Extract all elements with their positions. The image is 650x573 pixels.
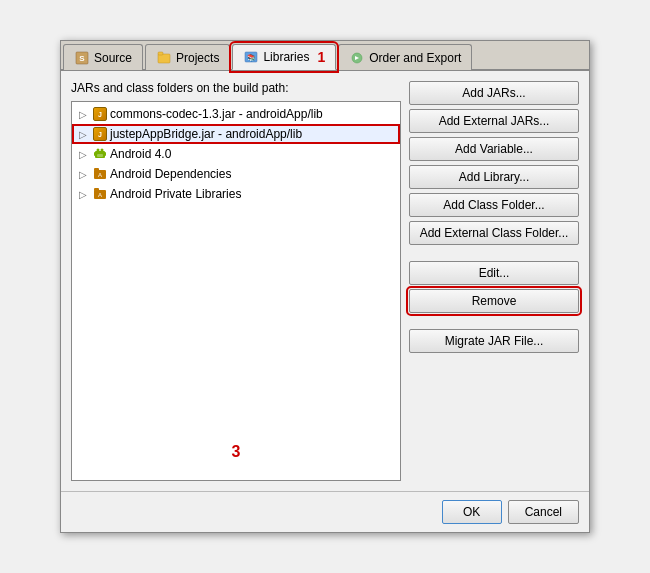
tab-libraries-label: Libraries (263, 50, 309, 64)
add-external-class-folder-button[interactable]: Add External Class Folder... (409, 221, 579, 245)
svg-point-8 (97, 149, 100, 152)
svg-rect-14 (94, 168, 99, 171)
tree-item-android-private[interactable]: ▷ A Android Private Libraries (72, 184, 400, 204)
svg-text:A: A (98, 172, 102, 178)
libraries-icon: 📚 (243, 49, 259, 65)
cancel-button[interactable]: Cancel (508, 500, 579, 524)
tree-item-label-5: Android Private Libraries (110, 187, 241, 201)
jar-icon-1: J (92, 106, 108, 122)
expand-icon-1: ▷ (76, 107, 90, 121)
tab-source[interactable]: S Source (63, 44, 143, 70)
footer: OK Cancel (61, 491, 589, 532)
projects-icon (156, 50, 172, 66)
svg-text:A: A (98, 192, 102, 198)
add-external-jars-button[interactable]: Add External JARs... (409, 109, 579, 133)
tree-item-label-1: commons-codec-1.3.jar - androidApp/lib (110, 107, 323, 121)
svg-text:S: S (79, 54, 85, 63)
tab-order-export-label: Order and Export (369, 51, 461, 65)
svg-rect-17 (94, 188, 99, 191)
svg-rect-11 (104, 152, 106, 156)
svg-rect-10 (94, 152, 96, 156)
tab-projects[interactable]: Projects (145, 44, 230, 70)
spacer-1 (409, 249, 579, 257)
content-area: JARs and class folders on the build path… (61, 71, 589, 491)
spacer-2 (409, 317, 579, 325)
migrate-jar-button[interactable]: Migrate JAR File... (409, 329, 579, 353)
tree-item-justep[interactable]: ▷ J justepAppBridge.jar - androidApp/lib (72, 124, 400, 144)
add-class-folder-button[interactable]: Add Class Folder... (409, 193, 579, 217)
tree-item-label-3: Android 4.0 (110, 147, 171, 161)
svg-point-9 (101, 149, 104, 152)
right-panel: Add JARs... Add External JARs... Add Var… (409, 81, 579, 481)
jar-icon-2: J (92, 126, 108, 142)
tab-bar: S Source Projects 📚 Libraries 1 Order an… (61, 41, 589, 71)
order-export-icon (349, 50, 365, 66)
android-private-icon-5: A (92, 186, 108, 202)
add-library-button[interactable]: Add Library... (409, 165, 579, 189)
expand-icon-3: ▷ (76, 147, 90, 161)
tab-projects-label: Projects (176, 51, 219, 65)
left-panel: JARs and class folders on the build path… (71, 81, 401, 481)
add-variable-button[interactable]: Add Variable... (409, 137, 579, 161)
expand-icon-4: ▷ (76, 167, 90, 181)
tree-item-label-4: Android Dependencies (110, 167, 231, 181)
annotation-1: 1 (317, 49, 325, 65)
build-path-label: JARs and class folders on the build path… (71, 81, 401, 95)
add-jars-button[interactable]: Add JARs... (409, 81, 579, 105)
remove-button[interactable]: Remove (409, 289, 579, 313)
ok-button[interactable]: OK (442, 500, 502, 524)
svg-rect-2 (158, 54, 170, 63)
tree-item-commons-codec[interactable]: ▷ J commons-codec-1.3.jar - androidApp/l… (72, 104, 400, 124)
svg-text:📚: 📚 (247, 53, 256, 62)
tab-order-export[interactable]: Order and Export (338, 44, 472, 70)
svg-rect-3 (158, 52, 163, 55)
tree-item-android40[interactable]: ▷ Android 4.0 (72, 144, 400, 164)
android-icon-3 (92, 146, 108, 162)
android-deps-icon-4: A (92, 166, 108, 182)
java-build-path-dialog: S Source Projects 📚 Libraries 1 Order an… (60, 40, 590, 533)
source-icon: S (74, 50, 90, 66)
tab-source-label: Source (94, 51, 132, 65)
tree-item-android-deps[interactable]: ▷ A Android Dependencies (72, 164, 400, 184)
expand-icon-2: ▷ (76, 127, 90, 141)
tree-view[interactable]: ▷ J commons-codec-1.3.jar - androidApp/l… (71, 101, 401, 481)
tab-libraries[interactable]: 📚 Libraries 1 (232, 44, 336, 70)
tree-item-label-2: justepAppBridge.jar - androidApp/lib (110, 127, 302, 141)
edit-button[interactable]: Edit... (409, 261, 579, 285)
svg-rect-12 (97, 154, 103, 157)
expand-icon-5: ▷ (76, 187, 90, 201)
